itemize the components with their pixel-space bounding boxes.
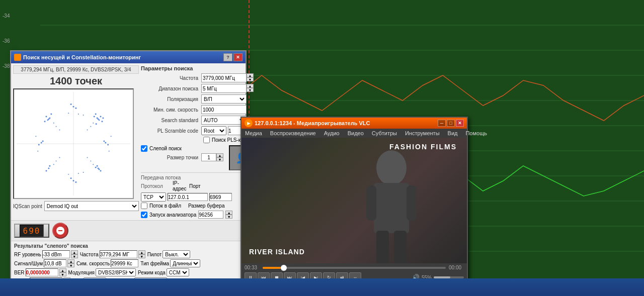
mod-select[interactable]: DVBS2/8PSK xyxy=(96,268,136,276)
range-arrows: ▲ ▼ xyxy=(247,84,254,93)
svg-point-70 xyxy=(78,173,79,174)
stream-protocol-row: Протокол IP-адрес Порт xyxy=(141,180,254,191)
freq-down2[interactable]: ▼ xyxy=(138,254,145,258)
vlc-menu-video[interactable]: Видео xyxy=(346,130,365,137)
vlc-menu-audio[interactable]: Аудио xyxy=(323,130,341,137)
svg-point-66 xyxy=(53,164,54,165)
minsym-input[interactable] xyxy=(201,105,247,114)
port-input[interactable] xyxy=(209,193,232,201)
freq-up[interactable]: ▲ xyxy=(247,73,254,77)
svg-point-55 xyxy=(90,126,91,127)
start-button[interactable]: 690 xyxy=(14,224,49,238)
pilot-select[interactable]: Выкл. xyxy=(163,250,190,258)
analyzer-checkbox[interactable] xyxy=(141,212,147,218)
buf-down[interactable]: ▼ xyxy=(225,215,232,219)
blind-checkbox[interactable] xyxy=(141,145,147,152)
vlc-menu-help[interactable]: Помощь xyxy=(464,130,489,137)
progress-track[interactable] xyxy=(263,267,446,269)
rf-label: RF уровень xyxy=(14,252,41,257)
iq-scan-label: IQScan point xyxy=(13,204,42,209)
svg-point-76 xyxy=(37,151,38,152)
frame-select[interactable]: Длинный xyxy=(170,259,200,267)
point-size-up[interactable]: ▲ xyxy=(216,153,223,157)
vlc-maximize[interactable]: □ xyxy=(447,120,455,127)
snr-down[interactable]: ▼ xyxy=(67,263,74,267)
freq-up2[interactable]: ▲ xyxy=(138,250,145,254)
svg-point-53 xyxy=(70,177,72,179)
vlc-title-left: ▶ 127.0.0.1:1234 - Медиапроигрыватель VL… xyxy=(245,119,370,127)
svg-rect-82 xyxy=(394,231,407,263)
constellation-svg xyxy=(14,89,133,198)
protocol-select[interactable]: TCP xyxy=(141,192,166,202)
freq-input[interactable] xyxy=(201,73,247,82)
searchstd-select[interactable]: AUTO xyxy=(201,116,247,125)
range-up[interactable]: ▲ xyxy=(247,84,254,88)
analyzer-label: Запуск анализатора xyxy=(149,212,196,218)
scramble-select[interactable]: Root xyxy=(201,126,226,135)
freq-down[interactable]: ▼ xyxy=(247,77,254,81)
point-size-down[interactable]: ▼ xyxy=(216,157,223,161)
svg-point-59 xyxy=(59,130,60,131)
range-input[interactable] xyxy=(201,84,247,93)
svg-point-40 xyxy=(48,168,49,169)
svg-point-56 xyxy=(87,130,88,131)
buf-size-label: Размер буфера xyxy=(188,203,224,209)
svg-point-77 xyxy=(376,150,407,185)
pol-select[interactable]: В/П xyxy=(201,94,247,104)
rf-down[interactable]: ▼ xyxy=(71,254,78,258)
vlc-menu-media[interactable]: Медиа xyxy=(244,130,264,137)
svg-point-54 xyxy=(75,181,76,183)
vlc-menu-playback[interactable]: Воспроизведение xyxy=(269,130,317,137)
buf-up[interactable]: ▲ xyxy=(225,211,232,215)
ip-input[interactable] xyxy=(168,193,208,201)
ip-label: IP-адрес xyxy=(173,180,188,191)
freq-result-input[interactable] xyxy=(100,250,137,258)
svg-point-47 xyxy=(38,144,40,145)
svg-point-24 xyxy=(95,114,97,115)
file-stream-checkbox[interactable] xyxy=(141,203,147,209)
sym-input[interactable] xyxy=(111,259,138,267)
titlebar-buttons: ? ✕ xyxy=(223,53,243,61)
param-minsym-label: Мин. сим. скорость xyxy=(141,107,201,113)
river-island-label: RIVER ISLAND xyxy=(249,248,305,256)
stop-line xyxy=(58,230,62,231)
stop-button[interactable] xyxy=(52,223,68,239)
vlc-window: ▶ 127.0.0.1:1234 - Медиапроигрыватель VL… xyxy=(240,117,468,285)
svg-point-48 xyxy=(42,141,44,142)
progress-fill xyxy=(263,267,281,269)
svg-point-42 xyxy=(49,165,50,167)
vlc-buttons: ─ □ ✕ xyxy=(438,120,464,127)
close-button[interactable]: ✕ xyxy=(233,53,243,61)
buf-size-input[interactable] xyxy=(198,211,223,219)
vlc-menu-subtitles[interactable]: Субтитры xyxy=(370,130,398,137)
code-select[interactable]: CCM xyxy=(167,268,189,276)
rf-up[interactable]: ▲ xyxy=(71,250,78,254)
vlc-minimize[interactable]: ─ xyxy=(438,120,446,127)
param-searchstd-label: Search standard xyxy=(141,118,201,123)
control-row: 690 xyxy=(11,220,246,241)
frame-label: Тип фрейма xyxy=(140,261,169,266)
stream-title: Передача потока xyxy=(141,175,254,180)
snr-up[interactable]: ▲ xyxy=(67,259,74,263)
rf-input[interactable] xyxy=(42,250,70,258)
ber-input[interactable] xyxy=(26,268,58,276)
vlc-close[interactable]: ✕ xyxy=(456,120,464,127)
vlc-menu-view[interactable]: Вид xyxy=(446,130,459,137)
snr-input[interactable] xyxy=(44,259,66,267)
iq-scan-select[interactable]: Demod IQ out xyxy=(44,201,139,211)
help-button[interactable]: ? xyxy=(223,53,232,61)
svg-text:-34: -34 xyxy=(3,13,10,19)
pilot-label: Пилот xyxy=(147,252,162,257)
vlc-menu-tools[interactable]: Инструменты xyxy=(404,130,441,137)
file-stream-row: Поток в файл Размер буфера xyxy=(141,203,254,209)
point-size-input[interactable] xyxy=(201,153,216,161)
blind-checkbox-row: Слепой поиск xyxy=(141,145,226,152)
ber-down[interactable]: ▼ xyxy=(59,272,66,276)
svg-point-26 xyxy=(96,123,97,125)
range-down[interactable]: ▼ xyxy=(247,88,254,92)
pls-checkbox[interactable] xyxy=(203,137,210,143)
ber-up[interactable]: ▲ xyxy=(59,268,66,272)
freq-spin-group: ▲ ▼ xyxy=(201,73,254,82)
param-minsym-row: Мин. сим. скорость xyxy=(141,105,254,114)
svg-point-68 xyxy=(68,113,69,114)
